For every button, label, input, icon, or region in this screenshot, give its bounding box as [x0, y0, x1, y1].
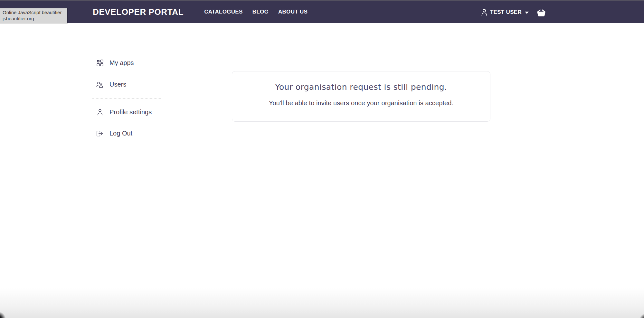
- basket-icon: [536, 7, 547, 17]
- users-icon: [96, 81, 103, 88]
- window-bottom-shadow: [0, 287, 644, 318]
- apps-grid-icon: [96, 60, 103, 66]
- sidebar-item-label: Profile settings: [109, 108, 152, 116]
- user-menu-dropdown[interactable]: TEST USER: [481, 8, 529, 16]
- sidebar-divider: [92, 98, 161, 99]
- pending-organisation-card: Your organisation request is still pendi…: [232, 71, 490, 122]
- sidebar-item-log-out[interactable]: Log Out: [96, 130, 132, 137]
- person-icon: [96, 109, 103, 116]
- sidebar-item-users[interactable]: Users: [96, 81, 126, 88]
- logout-icon: [96, 130, 103, 137]
- user-menu-label: TEST USER: [490, 9, 522, 15]
- nav-link-catalogues[interactable]: CATALOGUES: [204, 9, 242, 15]
- sidebar-item-label: Users: [109, 81, 126, 88]
- sidebar-item-label: My apps: [109, 59, 134, 67]
- nav-link-blog[interactable]: BLOG: [252, 9, 269, 15]
- brand-logo[interactable]: DEVELOPER PORTAL: [93, 7, 184, 17]
- sidebar-item-label: Log Out: [109, 130, 132, 137]
- browser-status-tooltip: Online JavaScript beautifier jsbeautifie…: [0, 8, 67, 23]
- tooltip-line-2: jsbeautifier.org: [3, 15, 64, 22]
- tooltip-line-1: Online JavaScript beautifier: [3, 9, 64, 15]
- top-nav: DEVELOPER PORTAL CATALOGUES BLOG ABOUT U…: [0, 0, 644, 23]
- main-nav: CATALOGUES BLOG ABOUT US: [204, 9, 308, 15]
- pending-card-message: You'll be able to invite users once your…: [232, 99, 490, 107]
- user-icon: [481, 8, 488, 16]
- pending-card-title: Your organisation request is still pendi…: [232, 82, 490, 92]
- sidebar-item-profile-settings[interactable]: Profile settings: [96, 108, 152, 116]
- caret-down-icon: [525, 12, 529, 14]
- nav-right: TEST USER: [481, 1, 547, 24]
- basket-button[interactable]: [536, 7, 547, 17]
- nav-link-about-us[interactable]: ABOUT US: [278, 9, 308, 15]
- sidebar-item-my-apps[interactable]: My apps: [96, 59, 134, 67]
